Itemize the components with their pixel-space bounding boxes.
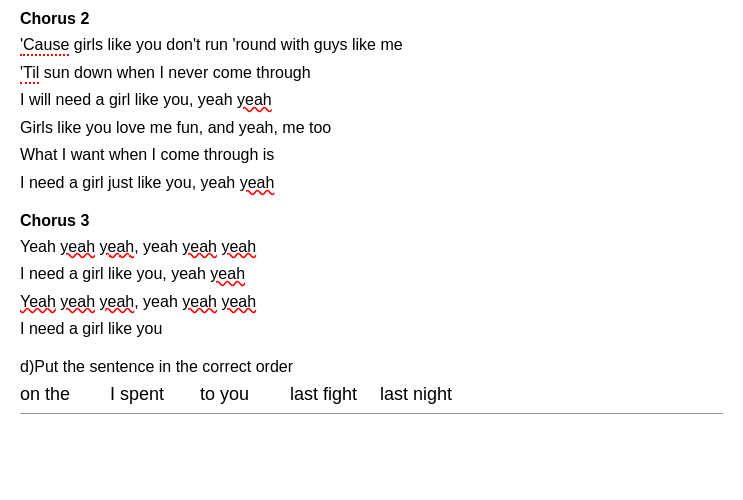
word-row: on the I spent to you last fight last ni…: [20, 384, 723, 405]
lyric-word: yeah: [60, 293, 95, 310]
lyric-text: Yeah: [20, 238, 60, 255]
chorus3-section: Chorus 3 Yeah yeah yeah, yeah yeah yeah …: [20, 212, 723, 342]
lyric-text: sun down when I never come through: [39, 64, 310, 81]
lyric-text: I need a girl just like you, yeah: [20, 174, 240, 191]
word-item: to you: [200, 384, 290, 405]
lyric-text: I will need a girl like you, yeah: [20, 91, 237, 108]
lyric-line: I need a girl just like you, yeah yeah: [20, 170, 723, 196]
lyric-line: What I want when I come through is: [20, 142, 723, 168]
lyric-text: I need a girl like you: [20, 320, 162, 337]
lyric-word: yeah: [221, 293, 256, 310]
lyric-line: Girls like you love me fun, and yeah, me…: [20, 115, 723, 141]
lyric-word: yeah: [60, 238, 95, 255]
lyric-line: 'Cause girls like you don't run 'round w…: [20, 32, 723, 58]
lyric-text: Girls like you love me fun, and yeah, me…: [20, 119, 331, 136]
lyric-word: yeah: [237, 91, 272, 108]
lyric-word: 'Til: [20, 64, 39, 84]
exercise-section: d)Put the sentence in the correct order …: [20, 358, 723, 414]
word-item: on the: [20, 384, 110, 405]
lyric-word: yeah: [221, 238, 256, 255]
lyric-word: Yeah: [20, 293, 56, 310]
lyric-line: I will need a girl like you, yeah yeah: [20, 87, 723, 113]
chorus2-section: Chorus 2 'Cause girls like you don't run…: [20, 10, 723, 196]
lyric-text: , yeah: [134, 293, 182, 310]
lyric-word: yeah: [100, 293, 135, 310]
lyric-word: 'Cause: [20, 36, 69, 56]
chorus3-heading: Chorus 3: [20, 212, 723, 230]
lyric-line: I need a girl like you, yeah yeah: [20, 261, 723, 287]
lyric-word: yeah: [182, 293, 217, 310]
lyric-word: yeah: [210, 265, 245, 282]
lyric-line: Yeah yeah yeah, yeah yeah yeah: [20, 234, 723, 260]
lyric-text: girls like you don't run 'round with guy…: [69, 36, 402, 53]
lyric-text: I need a girl like you, yeah: [20, 265, 210, 282]
lyric-word: yeah: [240, 174, 275, 191]
lyric-text: , yeah: [134, 238, 182, 255]
lyric-line: I need a girl like you: [20, 316, 723, 342]
exercise-heading: d)Put the sentence in the correct order: [20, 358, 723, 376]
word-item: last night: [380, 384, 470, 405]
lyric-text: What I want when I come through is: [20, 146, 274, 163]
word-item: last fight: [290, 384, 380, 405]
divider: [20, 413, 723, 414]
lyric-word: yeah: [182, 238, 217, 255]
lyric-word: yeah: [100, 238, 135, 255]
lyric-line: 'Til sun down when I never come through: [20, 60, 723, 86]
lyric-line: Yeah yeah yeah, yeah yeah yeah: [20, 289, 723, 315]
word-item: I spent: [110, 384, 200, 405]
chorus2-heading: Chorus 2: [20, 10, 723, 28]
